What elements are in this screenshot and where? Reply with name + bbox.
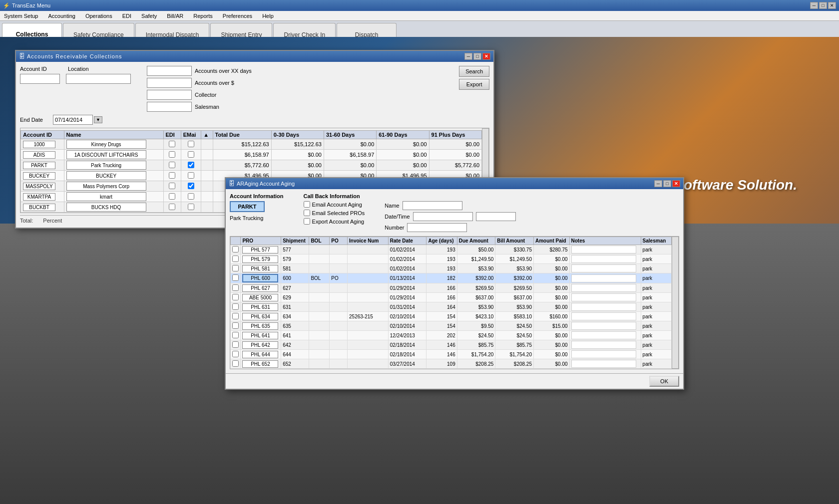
edi-checkbox[interactable] bbox=[169, 162, 175, 168]
araging-scrollbar[interactable] bbox=[672, 237, 679, 369]
notes-input[interactable] bbox=[571, 331, 636, 339]
pro-btn-PHL 644[interactable]: PHL 644 bbox=[242, 351, 278, 358]
accounts-over-days-input[interactable] bbox=[147, 66, 192, 76]
pro-btn-PHL 627[interactable]: PHL 627 bbox=[242, 284, 278, 292]
notes-input[interactable] bbox=[571, 303, 636, 311]
account-id-btn-BUCKEY[interactable]: BUCKEY bbox=[23, 172, 55, 180]
email-checkbox[interactable] bbox=[188, 141, 194, 147]
minimize-button[interactable]: ─ bbox=[810, 2, 818, 9]
menu-system-setup[interactable]: System Setup bbox=[2, 13, 40, 19]
row-checkbox[interactable] bbox=[232, 265, 239, 271]
edi-checkbox[interactable] bbox=[169, 172, 175, 179]
ok-button[interactable]: OK bbox=[649, 376, 679, 387]
name-display: BUCKS HDQ bbox=[66, 203, 146, 212]
notes-input[interactable] bbox=[571, 293, 636, 301]
row-checkbox[interactable] bbox=[232, 313, 239, 319]
account-id-btn-1000[interactable]: 1000 bbox=[23, 141, 55, 148]
menu-preferences[interactable]: Preferences bbox=[221, 13, 254, 19]
close-button[interactable]: ✕ bbox=[828, 2, 836, 9]
edi-checkbox[interactable] bbox=[169, 193, 175, 200]
pro-btn-PHL 581[interactable]: PHL 581 bbox=[242, 265, 278, 272]
salesman-input[interactable] bbox=[147, 102, 192, 112]
maximize-button[interactable]: □ bbox=[819, 2, 827, 9]
email-checkbox[interactable] bbox=[188, 183, 194, 189]
araging-close-button[interactable]: ✕ bbox=[672, 180, 680, 187]
row-checkbox[interactable] bbox=[232, 274, 239, 281]
datetime-field-input[interactable] bbox=[413, 212, 473, 221]
pro-btn-ABE 5000[interactable]: ABE 5000 bbox=[242, 294, 278, 301]
pro-btn-PHL 642[interactable]: PHL 642 bbox=[242, 341, 278, 349]
account-id-btn-MASSPOLY[interactable]: MASSPOLY bbox=[23, 183, 55, 190]
row-checkbox[interactable] bbox=[232, 360, 239, 367]
end-date-input[interactable] bbox=[53, 115, 93, 125]
pro-btn-PHL 635[interactable]: PHL 635 bbox=[242, 322, 278, 330]
menu-help[interactable]: Help bbox=[260, 13, 276, 19]
notes-input[interactable] bbox=[571, 360, 636, 368]
notes-input[interactable] bbox=[571, 350, 636, 358]
notes-input[interactable] bbox=[571, 284, 636, 292]
row-checkbox[interactable] bbox=[232, 246, 239, 252]
account-id-input[interactable] bbox=[20, 74, 60, 84]
account-id-btn-BUCKBT[interactable]: BUCKBT bbox=[23, 204, 55, 211]
email-checkbox[interactable] bbox=[188, 172, 194, 179]
row-checkbox[interactable] bbox=[232, 284, 239, 291]
account-id-btn-PARKT[interactable]: PARKT bbox=[23, 162, 55, 169]
number-field-input[interactable] bbox=[407, 223, 467, 232]
email-checkbox[interactable] bbox=[188, 204, 194, 210]
pro-btn-PHL 641[interactable]: PHL 641 bbox=[242, 332, 278, 339]
end-date-dropdown-icon[interactable]: ▼ bbox=[94, 116, 102, 123]
export-aging-checkbox[interactable] bbox=[304, 218, 310, 225]
col-sort[interactable]: ▲ bbox=[201, 131, 213, 139]
ar-minimize-button[interactable]: ─ bbox=[464, 53, 472, 60]
export-button[interactable]: Export bbox=[459, 79, 489, 90]
account-id-parkt-button[interactable]: PARKT bbox=[230, 201, 265, 212]
edi-checkbox[interactable] bbox=[169, 151, 175, 158]
notes-input[interactable] bbox=[571, 264, 636, 272]
menu-reports[interactable]: Reports bbox=[191, 13, 215, 19]
email-checkbox[interactable] bbox=[188, 151, 194, 158]
pro-btn-PHL 634[interactable]: PHL 634 bbox=[242, 313, 278, 320]
pro-btn-PHL 652[interactable]: PHL 652 bbox=[242, 360, 278, 368]
pro-btn-PHL 577[interactable]: PHL 577 bbox=[242, 246, 278, 253]
menu-billar[interactable]: Bill/AR bbox=[165, 13, 185, 19]
row-checkbox[interactable] bbox=[232, 303, 239, 310]
menu-edi[interactable]: EDI bbox=[120, 13, 133, 19]
menu-safety[interactable]: Safety bbox=[139, 13, 159, 19]
menu-operations[interactable]: Operations bbox=[83, 13, 114, 19]
collector-input[interactable] bbox=[147, 90, 192, 100]
email-checkbox[interactable] bbox=[188, 193, 194, 200]
notes-input[interactable] bbox=[571, 274, 636, 282]
location-input[interactable] bbox=[66, 74, 131, 84]
datetime-field-input2[interactable] bbox=[476, 212, 516, 221]
account-id-btn-ADIS[interactable]: ADIS bbox=[23, 151, 55, 159]
row-checkbox[interactable] bbox=[232, 255, 239, 262]
email-pros-checkbox[interactable] bbox=[304, 210, 310, 216]
notes-input[interactable] bbox=[571, 322, 636, 330]
row-checkbox[interactable] bbox=[232, 351, 239, 357]
pro-btn-PHL 579[interactable]: PHL 579 bbox=[242, 255, 278, 263]
edi-checkbox[interactable] bbox=[169, 141, 175, 147]
edi-checkbox[interactable] bbox=[169, 183, 175, 189]
araging-restore-button[interactable]: □ bbox=[663, 180, 671, 187]
menu-accounting[interactable]: Accounting bbox=[46, 13, 77, 19]
edi-checkbox[interactable] bbox=[169, 204, 175, 210]
row-checkbox[interactable] bbox=[232, 322, 239, 329]
pro-btn-PHL 631[interactable]: PHL 631 bbox=[242, 303, 278, 311]
row-checkbox[interactable] bbox=[232, 294, 239, 300]
account-id-btn-KMARTPA[interactable]: KMARTPA bbox=[23, 193, 55, 201]
accounts-over-dollar-input[interactable] bbox=[147, 78, 192, 88]
notes-input[interactable] bbox=[571, 312, 636, 320]
name-field-input[interactable] bbox=[403, 201, 462, 210]
notes-input[interactable] bbox=[571, 246, 636, 253]
notes-input[interactable] bbox=[571, 341, 636, 349]
row-checkbox[interactable] bbox=[232, 341, 239, 348]
email-aging-checkbox[interactable] bbox=[304, 201, 310, 208]
email-checkbox[interactable] bbox=[188, 162, 194, 168]
search-button[interactable]: Search bbox=[459, 66, 489, 77]
ar-close-button[interactable]: ✕ bbox=[482, 53, 490, 60]
pro-btn-PHL 600[interactable]: PHL 600 bbox=[242, 274, 278, 282]
ar-restore-button[interactable]: □ bbox=[473, 53, 481, 60]
row-checkbox[interactable] bbox=[232, 332, 239, 338]
notes-input[interactable] bbox=[571, 255, 636, 263]
araging-minimize-button[interactable]: ─ bbox=[654, 180, 662, 187]
